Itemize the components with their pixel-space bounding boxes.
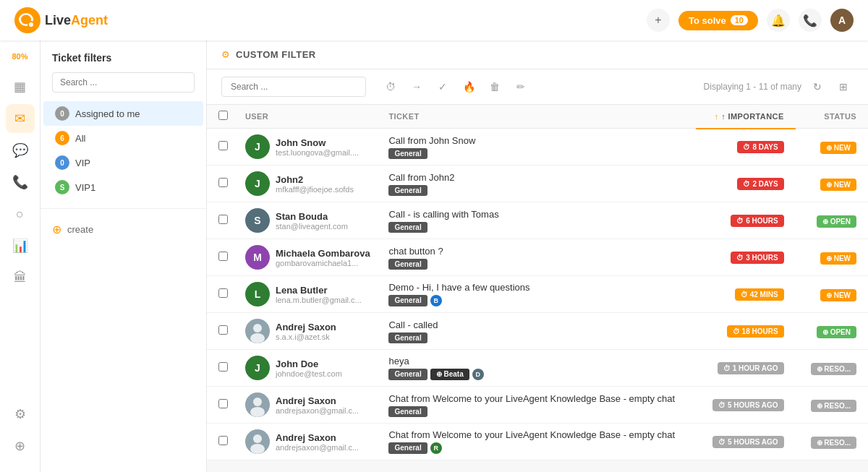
row-checkbox[interactable] <box>218 215 228 224</box>
col-user: J John2 mfkafff@jfioejoe.sofds <box>239 166 383 202</box>
ticket-search-input[interactable] <box>221 77 366 97</box>
col-check <box>207 387 239 424</box>
refresh-button[interactable]: ↻ <box>807 77 827 97</box>
create-filter-button[interactable]: ⊕ create <box>41 218 206 241</box>
filter-all[interactable]: 6 All <box>43 126 203 150</box>
trash-tool-button[interactable]: 🗑 <box>485 77 505 97</box>
tag-general: General <box>388 406 427 417</box>
nav-circle[interactable]: ○ <box>6 199 35 228</box>
row-checkbox[interactable] <box>218 252 228 261</box>
col-ticket: Chat from Welcome to your LiveAgent Know… <box>383 387 696 424</box>
user-info: John Snow test.luongova@gmail.... <box>276 137 359 157</box>
toolbar: ⏱ → ✓ 🔥 🗑 ✏ Displaying 1 - 11 of many ↻ … <box>207 69 868 105</box>
main-layout: 80% ▦ ✉ 💬 📞 ○ 📊 🏛 ⚙ ⊕ Ticket filters <box>0 40 868 472</box>
col-check <box>207 202 239 239</box>
filter-assigned[interactable]: 0 Assigned to me <box>43 101 203 126</box>
table-header-row: User Ticket ↑ ↑ Importance Status <box>207 105 868 129</box>
col-importance: ⏱2 DAYS <box>696 166 795 202</box>
header-importance[interactable]: ↑ ↑ Importance <box>696 105 795 129</box>
filter-vip1[interactable]: S VIP1 <box>43 175 203 199</box>
bell-icon: 🔔 <box>771 14 786 27</box>
solve-count: 10 <box>731 15 748 25</box>
table-row[interactable]: Andrej Saxon andrejsaxon@gmail.c... Chat… <box>207 387 868 424</box>
reports-icon: 📊 <box>12 238 28 254</box>
ticket-title: Call - is calling with Tomas <box>388 209 690 220</box>
sidebar-title: Ticket filters <box>41 52 206 72</box>
user-info: Andrej Saxon andrejsaxon@gmail.c... <box>276 395 359 415</box>
col-ticket: Demo - Hi, I have a few questions Genera… <box>383 276 696 313</box>
filter-vip[interactable]: 0 VIP <box>43 150 203 175</box>
phone-button[interactable]: 📞 <box>799 9 822 32</box>
add-button[interactable]: + <box>647 9 670 32</box>
nav-plugins[interactable]: ⊕ <box>6 432 35 460</box>
user-email: lena.m.butler@gmail.c... <box>276 296 362 304</box>
user-avatar[interactable]: A <box>830 9 854 32</box>
forward-tool-button[interactable]: → <box>407 77 427 97</box>
nav-tickets[interactable]: ✉ <box>6 104 35 133</box>
nav-progress: 80% <box>12 52 27 61</box>
table-row[interactable]: S Stan Bouda stan@liveagent.com Call - i… <box>207 202 868 239</box>
tag-general: General <box>388 222 427 233</box>
row-checkbox[interactable] <box>218 362 228 372</box>
col-status: ⊕ NEW <box>796 166 868 202</box>
row-checkbox[interactable] <box>218 436 228 445</box>
clock-tool-button[interactable]: ⏱ <box>380 77 401 97</box>
importance-badge: ⏱18 HOURS <box>727 325 784 338</box>
svg-point-4 <box>29 22 33 27</box>
solve-label: To solve <box>689 15 726 26</box>
sidebar: Ticket filters 0 Assigned to me 6 All 0 … <box>41 40 207 472</box>
filter-label-vip: VIP <box>75 158 90 168</box>
row-checkbox[interactable] <box>218 141 228 150</box>
ticket-title: Demo - Hi, I have a few questions <box>388 282 690 293</box>
pencil-tool-button[interactable]: ✏ <box>511 77 531 97</box>
user-info: Stan Bouda stan@liveagent.com <box>276 211 348 231</box>
create-label: create <box>67 224 93 235</box>
user-name: Andrej Saxon <box>276 395 359 406</box>
to-solve-button[interactable]: To solve 10 <box>678 11 758 30</box>
col-status: ⊕ NEW <box>796 129 868 166</box>
header-status: Status <box>796 105 868 129</box>
table-row[interactable]: J John2 mfkafff@jfioejoe.sofds Call from… <box>207 166 868 202</box>
table-row[interactable]: Andrej Saxon andrejsaxon@gmail.c... Chat… <box>207 424 868 460</box>
nav-chat[interactable]: 💬 <box>6 136 35 165</box>
importance-badge: ⏱42 MINS <box>735 288 784 301</box>
filter-settings-icon: ⚙ <box>221 49 230 60</box>
row-checkbox[interactable] <box>218 325 228 335</box>
user-avatar <box>245 319 270 343</box>
filter-header: ⚙ CUSTOM FILTER <box>207 40 868 69</box>
user-avatar: L <box>245 282 270 306</box>
col-user: Andrej Saxon andrejsaxon@gmail.c... <box>239 424 383 460</box>
status-badge: ⊕ RESO... <box>811 400 856 412</box>
icon-nav: 80% ▦ ✉ 💬 📞 ○ 📊 🏛 ⚙ ⊕ <box>0 40 41 472</box>
table-row[interactable]: J John Doe johndoe@test.com heya General… <box>207 350 868 387</box>
plugin-icon: ⊕ <box>14 438 25 454</box>
resolve-tool-button[interactable]: ✓ <box>433 77 453 97</box>
nav-calls[interactable]: 📞 <box>6 168 35 197</box>
table-row[interactable]: L Lena Butler lena.m.butler@gmail.c... D… <box>207 276 868 313</box>
user-avatar <box>245 392 270 417</box>
ticket-title: Call from John Snow <box>388 135 690 146</box>
filter-dot-vip1: S <box>55 180 69 194</box>
nav-knowledgebase[interactable]: 🏛 <box>6 263 35 292</box>
row-checkbox[interactable] <box>218 178 228 187</box>
table-row[interactable]: J John Snow test.luongova@gmail.... Call… <box>207 129 868 166</box>
filter-button[interactable]: ⊞ <box>833 77 854 97</box>
select-all-checkbox[interactable] <box>218 111 228 120</box>
nav-reports[interactable]: 📊 <box>6 231 35 260</box>
table-row[interactable]: Andrej Saxon s.a.x.i@azet.sk Call - call… <box>207 313 868 350</box>
user-info: Lena Butler lena.m.butler@gmail.c... <box>276 285 362 304</box>
table-row[interactable]: M Michaela Gombarova gombarovamichaela1.… <box>207 239 868 276</box>
row-checkbox[interactable] <box>218 399 228 408</box>
notifications-button[interactable]: 🔔 <box>767 9 790 32</box>
flame-tool-button[interactable]: 🔥 <box>459 77 479 97</box>
nav-settings[interactable]: ⚙ <box>6 400 35 429</box>
svg-point-7 <box>250 333 265 343</box>
sidebar-search-input[interactable] <box>52 72 195 93</box>
col-status: ⊕ NEW <box>796 239 868 276</box>
col-check <box>207 276 239 313</box>
row-checkbox[interactable] <box>218 288 228 298</box>
importance-badge: ⏱6 HOURS <box>731 215 783 227</box>
ticket-title: Call from John2 <box>388 172 690 183</box>
ticket-title: chat button ? <box>388 246 690 257</box>
nav-dashboard[interactable]: ▦ <box>6 72 35 101</box>
